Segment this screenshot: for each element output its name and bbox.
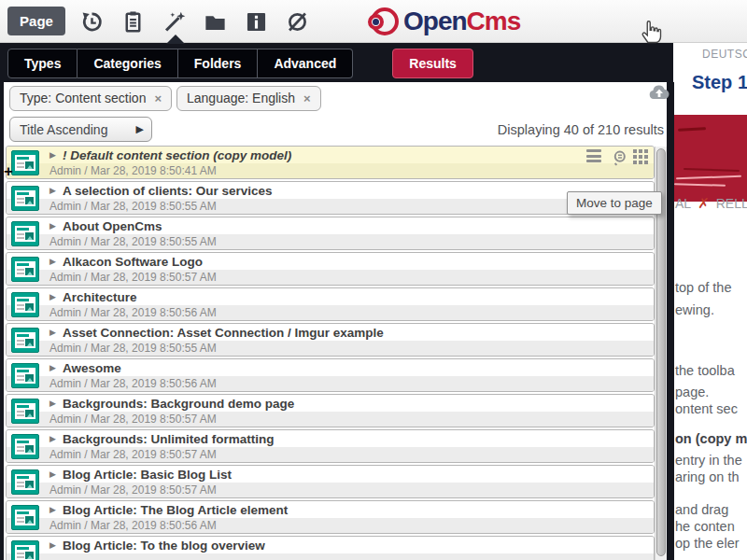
item-title: Awesome	[63, 361, 121, 375]
list-item[interactable]: ▶Backgrounds: Background demo pageAdmin …	[6, 394, 655, 427]
content-section-icon	[11, 257, 39, 282]
content-section-icon	[11, 150, 39, 175]
expand-arrow-icon[interactable]: ▶	[49, 257, 56, 266]
dialog-left-edge	[0, 82, 4, 560]
content-section-icon	[11, 186, 39, 211]
page-text-fragment: ewing.	[675, 302, 714, 317]
page-text-fragment: on (copy m	[675, 431, 747, 446]
page-text-fragment: page.	[675, 385, 709, 399]
filter-chip-label: Language: English	[187, 91, 295, 105]
item-meta: Admin / Mar 28, 2019 8:50:56 AM	[49, 377, 217, 390]
item-meta: Admin / Mar 28, 2019 8:50:57 AM	[49, 448, 217, 461]
expand-arrow-icon[interactable]: ▶	[49, 505, 56, 514]
item-title: Alkacon Software Logo	[63, 255, 203, 269]
item-title: Backgrounds: Unlimited formatting	[63, 432, 275, 446]
results-list: +▶! Default content section (copy model)…	[6, 146, 655, 560]
opencms-page-editor: DEUTSCH Step 1: AL✗RELL top of theewing.…	[0, 0, 747, 560]
item-title: Blog Article: Basic Blog List	[63, 468, 232, 482]
tab-advanced[interactable]: Advanced	[258, 49, 353, 78]
content-section-icon	[11, 328, 39, 353]
dialog-right-edge	[667, 82, 674, 560]
results-count: Displaying 40 of 210 results	[392, 122, 664, 137]
expand-arrow-icon[interactable]: ▶	[49, 399, 56, 408]
tab-folders[interactable]: Folders	[178, 49, 259, 78]
expand-arrow-icon[interactable]: ▶	[49, 434, 56, 443]
list-item[interactable]: ▶About OpenCmsAdmin / Mar 28, 2019 8:50:…	[6, 217, 655, 250]
filter-chip-label: Type: Content section	[20, 91, 146, 105]
expand-arrow-icon[interactable]: ▶	[49, 328, 56, 337]
publish-icon[interactable]	[282, 7, 313, 36]
expand-arrow-icon[interactable]: ▶	[49, 292, 56, 301]
folder-icon[interactable]	[200, 7, 231, 36]
page-text-fragment: he conten	[675, 519, 735, 534]
selector-icon[interactable]	[586, 149, 602, 163]
upload-icon[interactable]	[648, 84, 670, 105]
red-mark: ✗	[698, 195, 710, 211]
expand-arrow-icon[interactable]: ▶	[49, 186, 56, 195]
sort-select[interactable]: Title Ascending ▶	[9, 117, 152, 142]
list-item[interactable]: ▶Alkacon Software LogoAdmin / Mar 28, 20…	[6, 252, 655, 286]
item-title: A selection of clients: Our services	[63, 184, 273, 198]
item-meta: Admin / Mar 28, 2019 8:50:57 AM	[49, 483, 217, 497]
content-section-icon	[11, 363, 39, 388]
page-text-fragment: the toolba	[675, 363, 735, 378]
expand-arrow-icon[interactable]: ▶	[49, 221, 56, 231]
list-item[interactable]: ▶Blog Article: Basic Blog ListAdmin / Ma…	[6, 465, 655, 498]
item-title: Blog Article: The Blog Article element	[63, 503, 288, 517]
opencms-logo-icon	[368, 6, 400, 37]
filter-chip: Type: Content section×	[9, 86, 172, 111]
content-section-icon	[11, 399, 39, 424]
page-button[interactable]: Page	[7, 7, 65, 35]
item-meta: Admin / Mar 28, 2019 8:50:41 AM	[49, 164, 217, 177]
panel-pointer	[166, 35, 185, 44]
chevron-right-icon: ▶	[136, 123, 144, 135]
expand-arrow-icon[interactable]: ▶	[49, 150, 56, 160]
remove-filter-icon[interactable]: ×	[154, 92, 162, 105]
editor-toolbar: Page OpenCms	[0, 0, 747, 43]
remove-filter-icon[interactable]: ×	[303, 92, 311, 105]
step-heading: Step 1:	[692, 72, 747, 93]
item-title: About OpenCms	[63, 219, 162, 233]
list-item[interactable]: ▶Blog Article: The Blog Article elementA…	[6, 500, 655, 534]
language-switch-link[interactable]: DEUTSCH	[702, 48, 747, 61]
expand-arrow-icon[interactable]: ▶	[49, 363, 56, 372]
move-to-page-icon[interactable]	[633, 149, 649, 163]
magic-wand-icon[interactable]	[159, 7, 190, 36]
content-section-icon	[11, 540, 39, 560]
item-meta: Admin / Mar 28, 2019 8:50:55 AM	[49, 235, 217, 248]
item-meta: Admin / Mar 28, 2019 8:50:56 AM	[49, 519, 217, 532]
info-icon[interactable]	[241, 7, 272, 36]
page-text-fragment: aring on th	[675, 469, 740, 484]
expand-arrow-icon[interactable]: ▶	[49, 469, 56, 479]
page-text-fragment: and drag	[675, 502, 728, 517]
page-text-fragment: entry in the	[675, 453, 742, 468]
list-item[interactable]: ▶ArchitectureAdmin / Mar 28, 2019 8:50:5…	[6, 287, 655, 321]
tooltip: Move to page	[567, 191, 662, 215]
item-title: Asset Connection: Asset Connection / Img…	[63, 326, 384, 340]
tab-results[interactable]: Results	[392, 49, 473, 78]
clipboard-icon[interactable]	[118, 7, 148, 36]
preview-icon[interactable]	[610, 149, 626, 163]
content-section-icon	[11, 221, 39, 246]
page-text-fragment: ontent sec	[675, 401, 738, 416]
list-item[interactable]: ▶A selection of clients: Our servicesAdm…	[6, 181, 655, 215]
page-text-fragment: top of the	[675, 280, 731, 295]
content-section-icon	[11, 505, 39, 530]
copy-model-badge: +	[4, 163, 13, 179]
item-title: Blog Article: To the blog overview	[63, 539, 265, 553]
list-item[interactable]: ▶Asset Connection: Asset Connection / Im…	[6, 323, 655, 357]
partial-heading: AL✗RELL	[675, 195, 747, 212]
tab-categories[interactable]: Categories	[78, 49, 177, 78]
content-section-icon	[11, 292, 39, 317]
item-title: Architecture	[63, 290, 137, 304]
tab-types[interactable]: Types	[7, 49, 78, 78]
expand-arrow-icon[interactable]: ▶	[49, 540, 56, 550]
item-meta: Admin / Mar 28, 2019 8:50:56 AM	[49, 306, 217, 319]
list-item[interactable]: ▶Backgrounds: Unlimited formattingAdmin …	[6, 429, 655, 463]
page-banner-image	[674, 115, 747, 202]
history-icon[interactable]	[77, 7, 107, 36]
list-item[interactable]: ▶AwesomeAdmin / Mar 28, 2019 8:50:56 AM	[6, 358, 655, 392]
page-text-fragment: op the eler	[675, 536, 740, 551]
list-item[interactable]: ▶Blog Article: To the blog overview	[6, 536, 655, 560]
list-item[interactable]: +▶! Default content section (copy model)…	[6, 146, 655, 179]
